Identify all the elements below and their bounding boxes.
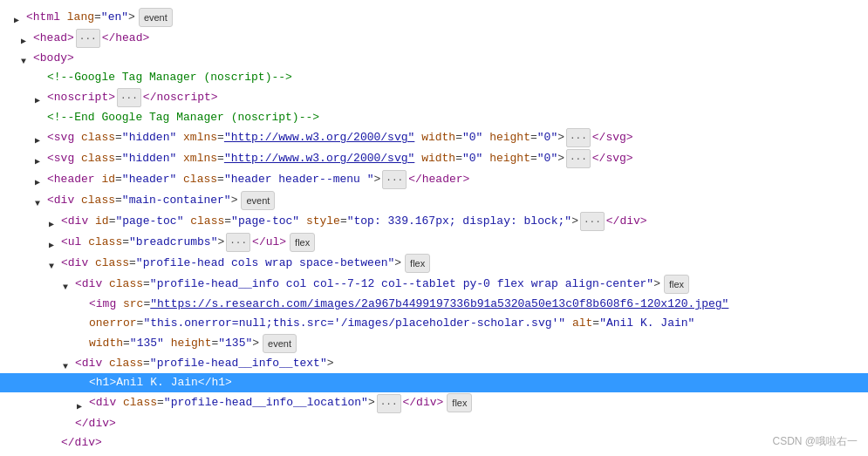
attr-name-span: onerror <box>89 316 137 330</box>
equals-span: = <box>123 337 130 351</box>
code-line: </div> <box>0 414 868 433</box>
attr-name-span: height <box>482 152 530 165</box>
toggle-arrow-icon[interactable] <box>35 92 45 103</box>
attr-value-span: "en" <box>101 10 128 24</box>
toggle-arrow-icon[interactable] <box>21 33 31 44</box>
equals-span: = <box>115 194 122 207</box>
badge: event <box>139 8 173 27</box>
tag-span: </h1> <box>198 376 232 389</box>
toggle-arrow-icon[interactable] <box>63 358 73 369</box>
line-content: <svg class="hidden" xmlns="http://www.w3… <box>47 149 633 168</box>
toggle-arrow-icon[interactable] <box>49 237 59 248</box>
attr-name-span: class <box>176 173 217 186</box>
tag-span: </svg> <box>592 152 633 165</box>
ellipsis: ··· <box>382 170 407 189</box>
attr-value-span: "profile-head__info__location" <box>164 397 368 410</box>
badge: event <box>241 191 275 210</box>
attr-name-span: alt <box>565 316 592 330</box>
badge: flex <box>405 254 430 273</box>
bracket-span: > <box>571 214 578 228</box>
tag-span: <svg <box>47 152 74 165</box>
attr-name-span: class <box>74 131 115 144</box>
tag-span: <noscript> <box>47 91 115 104</box>
toggle-arrow-icon[interactable] <box>14 12 24 23</box>
ellipsis: ··· <box>226 233 250 252</box>
attr-name-span: xmlns <box>176 131 217 144</box>
attr-value-span: "0" <box>537 131 557 144</box>
line-content: <noscript>···</noscript> <box>47 88 218 107</box>
attr-value-span: "header header--menu " <box>224 173 374 186</box>
attr-value-span: "135" <box>218 337 252 351</box>
toggle-arrow-icon[interactable] <box>21 53 31 64</box>
attr-name-span: class <box>102 278 143 291</box>
toggle-arrow-icon[interactable] <box>49 258 59 269</box>
equals-span: = <box>115 152 122 165</box>
attr-name-span: lang <box>60 10 94 24</box>
code-line: <div class="profile-head__info__text"> <box>0 354 868 373</box>
toggle-arrow-icon[interactable] <box>35 174 45 185</box>
attr-name-span: class <box>102 357 143 370</box>
ellipsis: ··· <box>580 212 605 231</box>
watermark: CSDN @哦啦右一 <box>772 434 858 449</box>
tag-span: </div> <box>403 397 444 410</box>
line-content: <div class="profile-head cols wrap space… <box>61 254 430 273</box>
attr-value-span: "135" <box>130 337 164 351</box>
line-content: <header id="header" class="header header… <box>47 170 469 189</box>
text-content-span: Anil K. Jain <box>116 376 198 389</box>
bracket-span: > <box>231 194 238 207</box>
line-content: <html lang="en">event <box>26 8 173 27</box>
line-content: <div class="profile-head__info__text"> <box>75 355 334 372</box>
tag-span: <div <box>89 397 116 410</box>
equals-span: = <box>143 357 150 370</box>
line-content: <div class="profile-head__info__location… <box>89 393 472 412</box>
tag-span: </header> <box>408 173 469 186</box>
tag-span: </ul> <box>252 235 286 248</box>
attr-name-span: xmlns <box>176 152 217 165</box>
toggle-arrow-icon[interactable] <box>35 195 45 206</box>
toggle-arrow-icon[interactable] <box>49 216 59 227</box>
code-line: <h1>Anil K. Jain</h1> <box>0 373 868 392</box>
attr-value-span: "profile-head cols wrap space-between" <box>136 257 394 270</box>
bracket-span: > <box>557 152 564 165</box>
tag-span: <header <box>47 173 95 186</box>
equals-span: = <box>530 152 537 165</box>
tag-span: <head> <box>33 31 74 44</box>
toggle-arrow-icon[interactable] <box>63 279 73 289</box>
attr-value-span: "header" <box>122 173 176 186</box>
tag-span: </div> <box>75 417 116 430</box>
toggle-arrow-icon[interactable] <box>35 133 45 143</box>
line-content: <!--End Google Tag Manager (noscript)--> <box>47 109 319 126</box>
link-value-span: "https://s.research.com/images/2a967b449… <box>150 297 728 310</box>
tag-span: <div <box>75 357 102 370</box>
attr-name-span: class <box>88 257 129 270</box>
tag-span: <div <box>47 194 74 207</box>
attr-name-span: style <box>299 214 340 228</box>
attr-name-span: class <box>74 152 115 165</box>
attr-value-span: "breadcrumbs" <box>129 235 217 248</box>
attr-name-span: class <box>74 194 115 207</box>
code-line: <!--Google Tag Manager (noscript)--> <box>0 68 868 87</box>
code-line: onerror="this.onerror=null;this.src='/im… <box>0 314 868 333</box>
attr-name-span: height <box>164 337 212 351</box>
toggle-arrow-icon[interactable] <box>35 153 45 164</box>
line-content: <ul class="breadcrumbs">···</ul>flex <box>61 233 315 252</box>
toggle-arrow-icon[interactable] <box>77 398 87 409</box>
code-line: width="135" height="135">event <box>0 333 868 354</box>
bracket-span: > <box>374 173 381 186</box>
code-line: <div class="profile-head cols wrap space… <box>0 253 868 274</box>
code-line: <svg class="hidden" xmlns="http://www.w3… <box>0 148 868 169</box>
tag-span: <ul <box>61 235 81 248</box>
attr-value-span: "0" <box>462 152 482 165</box>
ellipsis: ··· <box>566 149 591 168</box>
equals-span: = <box>115 173 122 186</box>
attr-value-span: "profile-head__info__text" <box>150 357 327 370</box>
bracket-span: > <box>327 357 334 370</box>
attr-value-span: "0" <box>537 152 557 165</box>
tag-span: <div <box>75 278 102 291</box>
comment-span: <!--End Google Tag Manager (noscript)--> <box>47 111 319 124</box>
attr-name-span: class <box>116 397 157 410</box>
code-line: <head>···</head> <box>0 28 868 49</box>
attr-value-span: "main-container" <box>122 194 231 207</box>
line-content: <div class="profile-head__info col col--… <box>75 275 689 294</box>
tag-span: </div> <box>606 214 647 228</box>
